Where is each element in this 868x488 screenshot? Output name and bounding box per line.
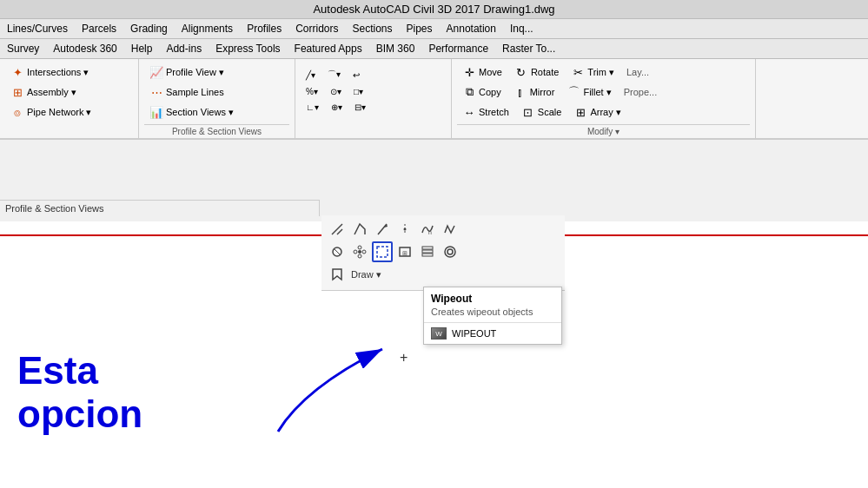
copy-icon: ⧉ bbox=[462, 85, 476, 99]
ribbon: ✦ Intersections ▾ ⊞ Assembly ▾ ⌾ Pipe Ne… bbox=[0, 59, 868, 140]
ribbon-group-civil: ✦ Intersections ▾ ⊞ Assembly ▾ ⌾ Pipe Ne… bbox=[0, 59, 139, 138]
scale-button[interactable]: ⊡ Scale bbox=[516, 102, 567, 122]
profileview-icon: 📈 bbox=[149, 65, 163, 79]
scale-icon: ⊡ bbox=[521, 105, 535, 119]
rotate-button[interactable]: ↻ Rotate bbox=[509, 63, 564, 82]
draw-row-1: ╱▾ ⌒▾ ↩ bbox=[301, 66, 381, 83]
draw-wipeout-active[interactable] bbox=[372, 241, 393, 262]
menu-featured-apps[interactable]: Featured Apps bbox=[288, 41, 369, 56]
copy-button[interactable]: ⧉ Copy bbox=[457, 82, 507, 102]
prop-button[interactable]: Prope... bbox=[619, 84, 663, 100]
snap-tool[interactable]: ⊕▾ bbox=[326, 100, 348, 115]
draw-circle-view[interactable] bbox=[327, 241, 348, 262]
menu-profiles[interactable]: Profiles bbox=[240, 21, 288, 36]
intersections-button[interactable]: ✦ Intersections ▾ bbox=[5, 63, 94, 82]
menu-inq[interactable]: Inq... bbox=[503, 21, 540, 36]
ribbon-row-sectionviews: 📊 Section Views ▾ bbox=[144, 102, 239, 122]
samplelines-button[interactable]: ⋯ Sample Lines bbox=[144, 82, 229, 102]
menu-lines-curves[interactable]: Lines/Curves bbox=[0, 21, 75, 36]
sectionviews-button[interactable]: 📊 Section Views ▾ bbox=[144, 102, 239, 122]
menu-express-tools[interactable]: Express Tools bbox=[209, 41, 287, 56]
sectionviews-icon: 📊 bbox=[149, 105, 163, 119]
lay-button[interactable]: Lay... bbox=[621, 64, 654, 80]
menu-bar-2: Survey Autodesk 360 Help Add-ins Express… bbox=[0, 39, 868, 59]
menu-autodesk360[interactable]: Autodesk 360 bbox=[46, 41, 123, 56]
stretch-button[interactable]: ↔ Stretch bbox=[457, 102, 514, 122]
menu-grading[interactable]: Grading bbox=[123, 21, 175, 36]
trim-icon: ✂ bbox=[571, 65, 585, 79]
svg-point-21 bbox=[447, 249, 453, 254]
polyline-tool[interactable]: ↩ bbox=[348, 68, 365, 82]
svg-line-0 bbox=[332, 224, 342, 234]
samplelines-label: Sample Lines bbox=[166, 87, 224, 97]
pipenetwork-button[interactable]: ⌾ Pipe Network ▾ bbox=[5, 102, 96, 122]
wipeout-menu-item[interactable]: W WIPEOUT bbox=[424, 323, 561, 344]
circle-tool[interactable]: ⊙▾ bbox=[325, 84, 347, 99]
array-button[interactable]: ⊞ Array ▾ bbox=[568, 102, 626, 122]
arc-tool[interactable]: ⌒▾ bbox=[322, 66, 346, 83]
draw-line-diagonal[interactable] bbox=[327, 219, 348, 240]
profileview-button[interactable]: 📈 Profile View ▾ bbox=[144, 63, 229, 82]
menu-addins[interactable]: Add-ins bbox=[159, 41, 209, 56]
draw-zigzag[interactable] bbox=[440, 219, 461, 240]
menu-performance[interactable]: Performance bbox=[421, 41, 495, 56]
ribbon-row-samplelines: ⋯ Sample Lines bbox=[144, 82, 229, 102]
assembly-button[interactable]: ⊞ Assembly ▾ bbox=[5, 82, 82, 102]
draw-dot[interactable] bbox=[394, 219, 415, 240]
profile-section-views-title: Profile & Section Views bbox=[144, 124, 289, 136]
menu-sections[interactable]: Sections bbox=[345, 21, 399, 36]
menu-bim360[interactable]: BIM 360 bbox=[369, 41, 422, 56]
svg-rect-14 bbox=[377, 247, 388, 257]
ribbon-group-modify: ✛ Move ↻ Rotate ✂ Trim ▾ Lay... ⧉ Copy ⫿… bbox=[452, 59, 756, 138]
ribbon-row-intersections: ✦ Intersections ▾ bbox=[5, 63, 94, 82]
angle-tool[interactable]: ∟▾ bbox=[301, 100, 324, 115]
draw-flower[interactable] bbox=[349, 241, 370, 262]
menu-help[interactable]: Help bbox=[124, 41, 160, 56]
bookmark-btn[interactable] bbox=[327, 264, 348, 285]
mirror-icon: ⫿ bbox=[514, 85, 527, 99]
svg-point-11 bbox=[358, 254, 361, 258]
pipenetwork-label: Pipe Network ▾ bbox=[27, 107, 91, 118]
draw-polyline-corner[interactable] bbox=[349, 219, 370, 240]
hatch-tool[interactable]: %▾ bbox=[301, 84, 323, 99]
intersections-icon: ✦ bbox=[10, 65, 24, 79]
grid-tool[interactable]: ⊟▾ bbox=[349, 100, 371, 115]
rect-tool[interactable]: □▾ bbox=[348, 84, 368, 99]
3d-tool[interactable] bbox=[370, 89, 381, 95]
draw-image[interactable]: ⊞ bbox=[394, 241, 415, 262]
array-label: Array ▾ bbox=[590, 107, 620, 118]
draw-arrow-up[interactable] bbox=[372, 219, 393, 240]
sectionviews-label: Section Views ▾ bbox=[166, 107, 234, 118]
trim-button[interactable]: ✂ Trim ▾ bbox=[566, 63, 620, 82]
line2-tool[interactable] bbox=[367, 68, 381, 82]
draw-dropdown-icon[interactable]: ▾ bbox=[376, 269, 381, 280]
menu-alignments[interactable]: Alignments bbox=[175, 21, 240, 36]
draw-donut[interactable] bbox=[440, 241, 461, 262]
annotation-arrow bbox=[269, 336, 443, 440]
assembly-label: Assembly ▾ bbox=[27, 87, 76, 98]
fillet-button[interactable]: ⌒ Fillet ▾ bbox=[561, 82, 616, 102]
svg-point-10 bbox=[358, 246, 361, 249]
menu-parcels[interactable]: Parcels bbox=[75, 21, 123, 36]
modify-row-3: ↔ Stretch ⊡ Scale ⊞ Array ▾ bbox=[457, 102, 626, 122]
line-tool[interactable]: ╱▾ bbox=[301, 68, 321, 82]
menu-raster-tools[interactable]: Raster To... bbox=[495, 41, 562, 56]
move-icon: ✛ bbox=[462, 65, 476, 79]
menu-pipes[interactable]: Pipes bbox=[400, 21, 440, 36]
modify-row-1: ✛ Move ↻ Rotate ✂ Trim ▾ Lay... bbox=[457, 63, 654, 82]
menu-annotation[interactable]: Annotation bbox=[440, 21, 503, 36]
mirror-button[interactable]: ⫿ Mirror bbox=[508, 82, 560, 102]
move-button[interactable]: ✛ Move bbox=[457, 63, 507, 82]
svg-line-2 bbox=[378, 224, 387, 234]
draw-spline-n[interactable]: n bbox=[417, 219, 438, 240]
menu-survey[interactable]: Survey bbox=[0, 41, 46, 56]
move-label: Move bbox=[479, 67, 502, 77]
profile-section-views-bar: Profile & Section Views bbox=[0, 200, 320, 216]
svg-rect-19 bbox=[422, 247, 433, 249]
psv-label: Profile & Section Views bbox=[5, 203, 104, 214]
menu-corridors[interactable]: Corridors bbox=[288, 21, 345, 36]
draw-stack[interactable] bbox=[417, 241, 438, 262]
ribbon-group-profilesection: 📈 Profile View ▾ ⋯ Sample Lines 📊 Sectio… bbox=[139, 59, 295, 138]
draw-toolbar: n ⊞ Draw ▾ bbox=[321, 215, 565, 291]
ribbon-row-assembly: ⊞ Assembly ▾ bbox=[5, 82, 82, 102]
